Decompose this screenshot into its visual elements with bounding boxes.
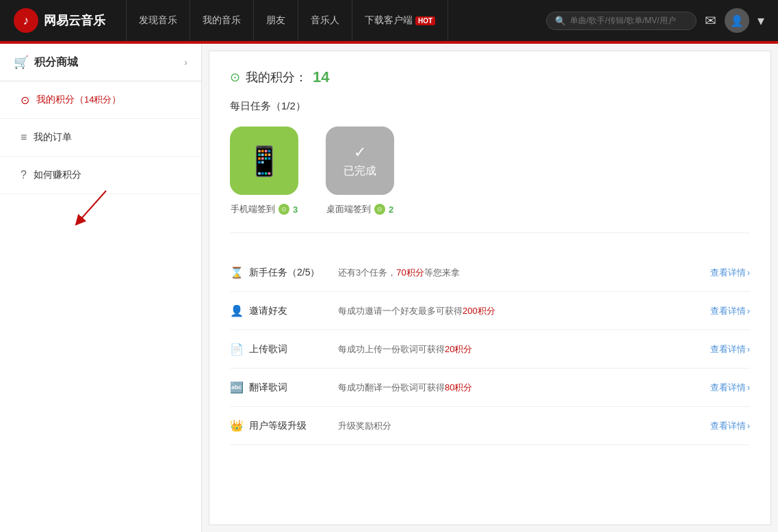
checkmark-icon: ✓ [354,144,366,161]
translate-task-name: 翻译歌词 [249,382,338,394]
question-icon: ? [21,169,27,181]
svg-line-1 [79,191,106,222]
upload-task-desc: 每成功上传一份歌词可获得20积分 [338,343,710,356]
translate-task-link[interactable]: 查看详情 › [710,382,750,394]
nav-musician[interactable]: 音乐人 [298,0,352,41]
nav: 发现音乐 我的音乐 朋友 音乐人 下载客户端 HOT [126,0,526,41]
level-task-link[interactable]: 查看详情 › [710,420,750,432]
task-rows: ⌛ 新手任务（2/5） 还有3个任务，70积分等您来拿 查看详情 › 👤 邀请好… [230,254,750,445]
translate-task-desc: 每成功翻译一份歌词可获得80积分 [338,382,710,394]
mobile-checkin-label: 手机端签到 ⊙ 3 [231,203,298,215]
logo-icon: ♪ [14,8,38,33]
user-avatar[interactable]: 👤 [725,8,749,33]
desktop-checkin-score: 2 [389,204,393,215]
daily-section-title: 每日任务（1/2） [230,100,750,113]
upload-task-link[interactable]: 查看详情 › [710,343,750,356]
cart-icon: 🛒 [14,55,29,70]
nav-discover[interactable]: 发现音乐 [126,0,190,41]
search-box[interactable]: 🔍 [546,12,697,30]
sidebar-header[interactable]: 🛒 积分商城 › [0,44,201,81]
level-task-name: 用户等级升级 [249,420,338,432]
header: ♪ 网易云音乐 发现音乐 我的音乐 朋友 音乐人 下载客户端 HOT 🔍 ✉ 👤… [0,0,778,41]
mobile-checkin-button[interactable]: 📱 [230,127,298,195]
layout: 🛒 积分商城 › ⊙ 我的积分（14积分） ≡ 我的订单 ? 如何赚积分 [0,44,778,532]
invite-task-desc: 每成功邀请一个好友最多可获得200积分 [338,305,710,317]
crown-icon: 👑 [230,419,249,432]
chevron-right-icon: › [747,267,750,278]
chevron-right-icon5: › [747,421,750,431]
sidebar: 🛒 积分商城 › ⊙ 我的积分（14积分） ≡ 我的订单 ? 如何赚积分 [0,44,202,532]
task-card-mobile: 📱 手机端签到 ⊙ 3 [230,127,298,215]
task-row-level: 👑 用户等级升级 升级奖励积分 查看详情 › [230,407,750,445]
newbie-task-name: 新手任务（2/5） [249,267,338,279]
level-task-desc: 升级奖励积分 [338,420,710,432]
sidebar-earn-label: 如何赚积分 [34,169,81,181]
sidebar-orders-label: 我的订单 [34,131,72,144]
page-title-score: 14 [313,68,329,86]
coin-icon: ⊙ [21,94,29,107]
task-card-desktop: ✓ 已完成 桌面端签到 ⊙ 2 [326,127,394,215]
hot-badge: HOT [415,16,435,25]
chevron-right-icon2: › [747,306,750,316]
list-icon: ≡ [21,131,27,144]
invite-task-name: 邀请好友 [249,305,338,317]
sidebar-arrow-icon: › [184,57,187,68]
newbie-task-desc: 还有3个任务，70积分等您来拿 [338,267,710,279]
logo-text: 网易云音乐 [44,12,105,29]
search-input[interactable] [570,16,688,25]
search-icon: 🔍 [555,16,566,26]
points-count: 14积分 [84,94,112,105]
chevron-right-icon3: › [747,344,750,354]
red-arrow-svg [65,184,147,239]
chevron-right-icon4: › [747,382,750,393]
person-icon: 👤 [230,304,249,317]
mobile-checkin-score: 3 [293,204,298,215]
dropdown-arrow-icon[interactable]: ▾ [757,12,764,29]
sidebar-item-my-orders[interactable]: ≡ 我的订单 [0,119,201,157]
file-icon: 📄 [230,343,249,356]
mail-icon[interactable]: ✉ [705,12,716,29]
task-row-invite: 👤 邀请好友 每成功邀请一个好友最多可获得200积分 查看详情 › [230,292,750,330]
task-row-upload: 📄 上传歌词 每成功上传一份歌词可获得20积分 查看详情 › [230,330,750,369]
phone-icon: 📱 [246,144,282,178]
coin-title-icon: ⊙ [230,70,240,85]
newbie-task-link[interactable]: 查看详情 › [710,267,750,279]
done-label: 已完成 [343,164,376,178]
page-title: ⊙ 我的积分： 14 [230,68,750,86]
nav-download[interactable]: 下载客户端 HOT [352,0,448,41]
nav-my-music[interactable]: 我的音乐 [190,0,254,41]
upload-task-name: 上传歌词 [249,343,338,356]
desktop-checkin-button[interactable]: ✓ 已完成 [326,127,394,195]
score-coin-icon2: ⊙ [374,204,385,215]
page-title-prefix: 我的积分： [246,69,307,85]
header-right: 🔍 ✉ 👤 ▾ [546,8,764,33]
hourglass-icon: ⌛ [230,266,249,279]
task-row-translate: 🔤 翻译歌词 每成功翻译一份歌词可获得80积分 查看详情 › [230,369,750,407]
logo[interactable]: ♪ 网易云音乐 [14,8,105,33]
main-content: ⊙ 我的积分： 14 每日任务（1/2） 📱 手机端签到 ⊙ 3 ✓ [209,51,771,525]
daily-tasks: 📱 手机端签到 ⊙ 3 ✓ 已完成 桌面端签到 ⊙ 2 [230,127,750,233]
translate-icon: 🔤 [230,381,249,394]
nav-friends[interactable]: 朋友 [254,0,298,41]
desktop-checkin-label: 桌面端签到 ⊙ 2 [326,203,393,215]
sidebar-title: 积分商城 [34,55,184,70]
invite-task-link[interactable]: 查看详情 › [710,305,750,317]
task-row-newbie: ⌛ 新手任务（2/5） 还有3个任务，70积分等您来拿 查看详情 › [230,254,750,292]
score-coin-icon: ⊙ [278,204,289,215]
sidebar-item-my-points[interactable]: ⊙ 我的积分（14积分） [0,81,201,119]
